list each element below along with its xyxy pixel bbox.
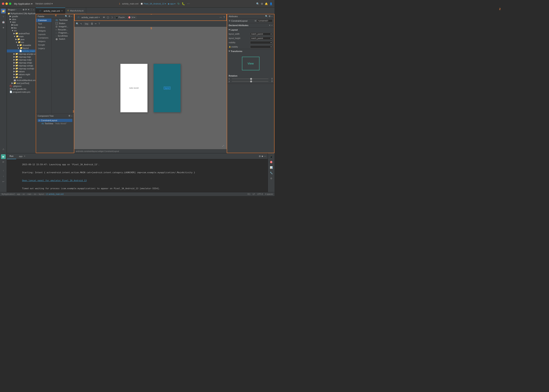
right-bottom-icon-4[interactable]: 🔧 (269, 171, 273, 175)
tree-build[interactable]: ▶build (7, 23, 36, 26)
baseline-icon[interactable]: ⊤ (98, 22, 100, 25)
orientation-icon[interactable]: ☽ (111, 16, 113, 19)
run-stop-button[interactable]: ⟳ (1, 160, 6, 164)
project-add-icon[interactable]: ⊕ (23, 8, 24, 11)
layout-width-value[interactable]: match_parent ▾ (250, 33, 272, 35)
tab-activity-main-xml[interactable]: 〈/〉 activity_main.xml ✕ (36, 7, 65, 14)
expand-icon[interactable]: ⤢ (222, 144, 224, 148)
remove-attr-icon[interactable]: − (271, 24, 272, 27)
project-sync-icon[interactable]: ⟳ (25, 8, 27, 11)
palette-item-textview[interactable]: Ab TextView (52, 19, 74, 22)
device-selector-toolbar[interactable]: 📱 Pixel ▾ (114, 16, 126, 19)
more-options-icon[interactable]: ⋯ (220, 16, 222, 19)
help-icon[interactable]: ? (223, 16, 225, 19)
ct-settings-icon[interactable]: ⚙ (68, 115, 70, 117)
palette-cat-google[interactable]: Google (36, 43, 51, 47)
tab1-close[interactable]: ✕ (61, 10, 63, 12)
tree-mipmap-xhdpi[interactable]: ▶📁mipmap-xhdpi (7, 61, 36, 64)
run-tab[interactable]: Run (7, 153, 16, 159)
tree-drawable[interactable]: ▶📁drawable (7, 44, 36, 47)
debug-btn[interactable]: 🐛 (182, 2, 185, 5)
add-attr-icon[interactable]: + (269, 24, 271, 27)
tree-app[interactable]: ▼ app (7, 21, 36, 23)
run-play-button[interactable]: ▶ (1, 154, 6, 159)
resource-icon[interactable]: ◈ (1, 25, 6, 30)
palette-cat-text[interactable]: Text (36, 22, 51, 26)
tree-layout[interactable]: ▼📁layout (7, 47, 36, 49)
logcat-link[interactable]: Open logcat panel for emulator Pixel 3A … (22, 179, 86, 182)
visibility-value1[interactable]: ▾ (250, 41, 272, 44)
project-menu-icon[interactable]: ⋮ (30, 8, 32, 11)
tree-buildgradle[interactable]: ⚙build.gradle.kts (7, 87, 36, 91)
ct-textview[interactable]: Ab TextView "Hello World!" (38, 122, 72, 125)
right-bottom-icon-5[interactable]: ⚙ (269, 176, 273, 181)
y-slider[interactable] (232, 81, 268, 82)
project-collapse-icon[interactable]: − (33, 9, 34, 11)
tree-activity-main-xml[interactable]: 📄activity_main.xml (7, 49, 36, 52)
bottom-more-icon[interactable]: ⋯ (264, 155, 266, 158)
palette-item-switch[interactable]: ⬤ Switch (52, 37, 74, 41)
phone-frame-dark[interactable]: layout (153, 64, 181, 112)
tree-xml[interactable]: ▶📁xml (7, 76, 36, 79)
palette-item-button[interactable]: □ Button (52, 22, 74, 25)
margin-value[interactable]: 0dp (84, 22, 89, 25)
design-view-icon[interactable]: 👁 (103, 16, 105, 19)
project-close-icon[interactable]: ✕ (28, 8, 29, 11)
search-icon[interactable]: 🔍 (256, 2, 259, 5)
app-tab-close[interactable]: ✕ (24, 155, 25, 157)
tree-gradle[interactable]: ▶ .gradle (7, 15, 36, 18)
git-icon[interactable]: ⑂ (1, 14, 6, 19)
palette-item-fragment[interactable]: ⬚ Fragmen... (52, 31, 74, 34)
right-bottom-icon-2[interactable]: 🎯 (269, 160, 273, 164)
bottom-settings-icon[interactable]: ⚙ (259, 155, 261, 158)
palette-search-icon[interactable]: 🔍 (65, 15, 68, 18)
minimize-button[interactable] (6, 2, 8, 5)
phone-frame-light[interactable]: Hello World! (120, 64, 148, 112)
palette-settings-icon[interactable]: ⚙ (68, 15, 70, 18)
attr-close-icon[interactable]: − (271, 15, 272, 18)
device-selector[interactable]: 🔲 Pixel_3A_Android_13 ▾ (140, 2, 166, 5)
tree-java[interactable]: ▶📁java (7, 38, 36, 41)
declared-attrs-label[interactable]: Declared Attributes (229, 24, 248, 27)
palette-item-recyclerview[interactable]: ≡ Recycler... (52, 28, 74, 31)
tree-androidtest[interactable]: ▶📁androidTest (7, 32, 36, 35)
constraint-icon[interactable]: ⛓ (91, 22, 93, 25)
ct-constraint-layout[interactable]: ⚙ ConstraintLayout (38, 119, 72, 122)
tree-gitignore[interactable]: 🚫.gitignore (7, 84, 36, 87)
tree-test[interactable]: ▶📁test [unitTest] (7, 82, 36, 84)
api-selector[interactable]: 🎯 34 ▾ (127, 16, 136, 19)
android-icon[interactable]: 🤖 (1, 20, 6, 24)
app-tab[interactable]: app ✕ (16, 153, 28, 159)
bottom-stop-icon[interactable]: ■ (262, 155, 263, 158)
transforms-title[interactable]: ▾ Transforms (227, 49, 274, 53)
cursor-icon[interactable]: ↖ (80, 22, 82, 25)
notification-icon[interactable]: 🔔 (265, 2, 268, 5)
palette-cat-helpers[interactable]: Helpers (36, 40, 51, 43)
tree-mipmap-hdpi[interactable]: ▶📁mipmap-hdpi (7, 55, 36, 58)
tree-res[interactable]: ▼📁res (7, 41, 36, 44)
tree-values[interactable]: ▶📁values (7, 70, 36, 73)
bottom-left-icon[interactable]: ⚠ (1, 147, 6, 152)
maximize-button[interactable] (9, 2, 11, 5)
palette-item-scrollview[interactable]: ↕ ScrollView (52, 34, 74, 37)
ct-collapse-icon[interactable]: − (71, 115, 72, 117)
tree-proguard[interactable]: 📄proguard-rules.pro (7, 91, 36, 93)
tab-mainactivity-kt[interactable]: K MainActivity.kt (65, 7, 86, 14)
layout-section-title[interactable]: ▾ Layout (227, 28, 274, 32)
palette-item-imageview[interactable]: 🖼 ImageVi... (52, 25, 74, 28)
more-btn[interactable]: ⋯ (187, 2, 190, 5)
tree-mipmap-mdpi[interactable]: ▶📁mipmap-mdpi (7, 58, 36, 61)
project-icon[interactable]: 📁 (1, 9, 6, 14)
clear-icon[interactable]: ✂ (95, 22, 97, 25)
tree-mipmap-xxxhdpi[interactable]: ▶📁mipmap-xxxhdpi (7, 67, 36, 70)
close-button[interactable] (2, 2, 4, 5)
tree-values-night[interactable]: ▶📁values-night (7, 73, 36, 76)
layout-height-value[interactable]: match_parent ▾ (250, 37, 272, 40)
blueprint-icon[interactable]: ⬡ (107, 16, 109, 19)
run-down-icon[interactable]: ↓ (1, 174, 6, 178)
version-control-menu[interactable]: Version control ▾ (35, 2, 53, 5)
tree-libs[interactable]: ▶libs (7, 26, 36, 29)
tree-mipmap-anydpi[interactable]: ▶📁mipmap-anydpi-v26 (7, 52, 36, 55)
palette-cat-legacy[interactable]: Legacy (36, 47, 51, 50)
user-icon[interactable]: 👤 (270, 2, 272, 5)
